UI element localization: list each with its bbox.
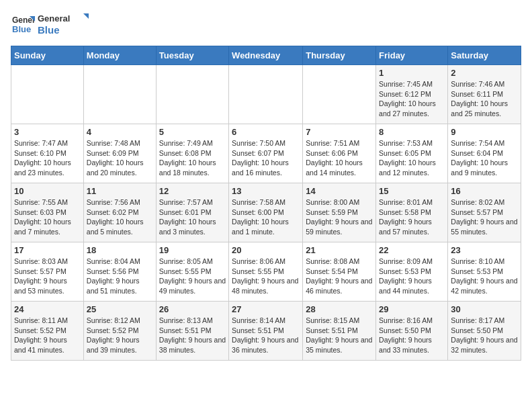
svg-text:Blue: Blue bbox=[38, 24, 60, 36]
day-number: 19 bbox=[159, 245, 226, 255]
col-header-tuesday: Tuesday bbox=[156, 46, 228, 65]
calendar-cell: 28Sunrise: 8:15 AM Sunset: 5:51 PM Dayli… bbox=[303, 302, 376, 361]
calendar-cell: 2Sunrise: 7:46 AM Sunset: 6:11 PM Daylig… bbox=[448, 65, 521, 124]
calendar-cell: 7Sunrise: 7:51 AM Sunset: 6:06 PM Daylig… bbox=[303, 124, 376, 183]
calendar-cell: 25Sunrise: 8:12 AM Sunset: 5:52 PM Dayli… bbox=[83, 302, 156, 361]
day-number: 24 bbox=[14, 304, 81, 314]
calendar-week-3: 17Sunrise: 8:03 AM Sunset: 5:57 PM Dayli… bbox=[11, 242, 521, 302]
calendar-cell: 14Sunrise: 8:00 AM Sunset: 5:59 PM Dayli… bbox=[303, 183, 376, 242]
day-number: 22 bbox=[379, 245, 445, 255]
logo-icon: General Blue bbox=[11, 12, 35, 36]
page-header: General Blue General Blue bbox=[11, 11, 521, 38]
day-info: Sunrise: 8:04 AM Sunset: 5:56 PM Dayligh… bbox=[87, 257, 153, 296]
day-number: 3 bbox=[14, 127, 81, 137]
calendar-cell bbox=[156, 65, 228, 124]
day-number: 5 bbox=[159, 127, 226, 137]
calendar-cell bbox=[229, 65, 303, 124]
logo-text: General Blue bbox=[38, 11, 91, 38]
day-number: 8 bbox=[379, 127, 445, 137]
day-number: 2 bbox=[451, 68, 518, 78]
calendar-cell: 5Sunrise: 7:49 AM Sunset: 6:08 PM Daylig… bbox=[156, 124, 228, 183]
day-number: 11 bbox=[87, 186, 153, 196]
day-number: 1 bbox=[379, 68, 445, 78]
calendar-cell: 13Sunrise: 7:58 AM Sunset: 6:00 PM Dayli… bbox=[229, 183, 303, 242]
day-info: Sunrise: 8:14 AM Sunset: 5:51 PM Dayligh… bbox=[232, 316, 300, 355]
day-number: 7 bbox=[306, 127, 373, 137]
day-info: Sunrise: 7:51 AM Sunset: 6:06 PM Dayligh… bbox=[306, 138, 373, 178]
day-info: Sunrise: 8:10 AM Sunset: 5:53 PM Dayligh… bbox=[451, 257, 518, 296]
calendar-cell: 16Sunrise: 8:02 AM Sunset: 5:57 PM Dayli… bbox=[448, 183, 521, 242]
day-number: 21 bbox=[306, 245, 373, 255]
day-number: 10 bbox=[14, 186, 81, 196]
calendar-cell: 8Sunrise: 7:53 AM Sunset: 6:05 PM Daylig… bbox=[376, 124, 448, 183]
day-number: 28 bbox=[306, 304, 373, 314]
day-info: Sunrise: 8:09 AM Sunset: 5:53 PM Dayligh… bbox=[379, 257, 445, 296]
calendar-cell: 11Sunrise: 7:56 AM Sunset: 6:02 PM Dayli… bbox=[83, 183, 156, 242]
calendar-table: SundayMondayTuesdayWednesdayThursdayFrid… bbox=[11, 46, 521, 361]
col-header-thursday: Thursday bbox=[303, 46, 376, 65]
day-number: 15 bbox=[379, 186, 445, 196]
day-info: Sunrise: 8:08 AM Sunset: 5:54 PM Dayligh… bbox=[306, 257, 373, 296]
day-info: Sunrise: 8:03 AM Sunset: 5:57 PM Dayligh… bbox=[14, 257, 81, 296]
day-info: Sunrise: 8:15 AM Sunset: 5:51 PM Dayligh… bbox=[306, 316, 373, 355]
day-info: Sunrise: 7:47 AM Sunset: 6:10 PM Dayligh… bbox=[14, 138, 81, 178]
day-info: Sunrise: 7:48 AM Sunset: 6:09 PM Dayligh… bbox=[87, 138, 153, 178]
day-info: Sunrise: 7:50 AM Sunset: 6:07 PM Dayligh… bbox=[232, 138, 300, 178]
day-info: Sunrise: 8:11 AM Sunset: 5:52 PM Dayligh… bbox=[14, 316, 81, 355]
day-info: Sunrise: 8:02 AM Sunset: 5:57 PM Dayligh… bbox=[451, 197, 518, 237]
calendar-cell: 3Sunrise: 7:47 AM Sunset: 6:10 PM Daylig… bbox=[11, 124, 84, 183]
calendar-cell: 19Sunrise: 8:05 AM Sunset: 5:55 PM Dayli… bbox=[156, 242, 228, 302]
calendar-cell: 15Sunrise: 8:01 AM Sunset: 5:58 PM Dayli… bbox=[376, 183, 448, 242]
day-number: 18 bbox=[87, 245, 153, 255]
calendar-cell: 27Sunrise: 8:14 AM Sunset: 5:51 PM Dayli… bbox=[229, 302, 303, 361]
day-info: Sunrise: 7:45 AM Sunset: 6:12 PM Dayligh… bbox=[379, 79, 445, 119]
day-number: 26 bbox=[159, 304, 226, 314]
svg-text:Blue: Blue bbox=[12, 24, 31, 34]
day-info: Sunrise: 7:53 AM Sunset: 6:05 PM Dayligh… bbox=[379, 138, 445, 178]
calendar-cell: 17Sunrise: 8:03 AM Sunset: 5:57 PM Dayli… bbox=[11, 242, 84, 302]
calendar-cell: 18Sunrise: 8:04 AM Sunset: 5:56 PM Dayli… bbox=[83, 242, 156, 302]
calendar-cell: 20Sunrise: 8:06 AM Sunset: 5:55 PM Dayli… bbox=[229, 242, 303, 302]
svg-marker-6 bbox=[83, 13, 89, 19]
day-number: 9 bbox=[451, 127, 518, 137]
calendar-cell: 24Sunrise: 8:11 AM Sunset: 5:52 PM Dayli… bbox=[11, 302, 84, 361]
day-number: 29 bbox=[379, 304, 445, 314]
day-info: Sunrise: 7:46 AM Sunset: 6:11 PM Dayligh… bbox=[451, 79, 518, 119]
day-number: 20 bbox=[232, 245, 300, 255]
day-number: 12 bbox=[159, 186, 226, 196]
col-header-sunday: Sunday bbox=[11, 46, 84, 65]
calendar-cell bbox=[303, 65, 376, 124]
calendar-cell: 12Sunrise: 7:57 AM Sunset: 6:01 PM Dayli… bbox=[156, 183, 228, 242]
day-info: Sunrise: 8:16 AM Sunset: 5:50 PM Dayligh… bbox=[379, 316, 445, 355]
day-info: Sunrise: 7:56 AM Sunset: 6:02 PM Dayligh… bbox=[87, 197, 153, 237]
calendar-week-2: 10Sunrise: 7:55 AM Sunset: 6:03 PM Dayli… bbox=[11, 183, 521, 242]
day-number: 4 bbox=[87, 127, 153, 137]
calendar-cell: 4Sunrise: 7:48 AM Sunset: 6:09 PM Daylig… bbox=[83, 124, 156, 183]
day-number: 25 bbox=[87, 304, 153, 314]
calendar-cell: 29Sunrise: 8:16 AM Sunset: 5:50 PM Dayli… bbox=[376, 302, 448, 361]
day-info: Sunrise: 7:49 AM Sunset: 6:08 PM Dayligh… bbox=[159, 138, 226, 178]
day-number: 14 bbox=[306, 186, 373, 196]
day-number: 27 bbox=[232, 304, 300, 314]
calendar-cell: 21Sunrise: 8:08 AM Sunset: 5:54 PM Dayli… bbox=[303, 242, 376, 302]
logo: General Blue General Blue bbox=[11, 11, 91, 38]
day-number: 23 bbox=[451, 245, 518, 255]
col-header-saturday: Saturday bbox=[448, 46, 521, 65]
day-info: Sunrise: 7:57 AM Sunset: 6:01 PM Dayligh… bbox=[159, 197, 226, 237]
col-header-friday: Friday bbox=[376, 46, 448, 65]
day-info: Sunrise: 8:05 AM Sunset: 5:55 PM Dayligh… bbox=[159, 257, 226, 296]
day-info: Sunrise: 8:01 AM Sunset: 5:58 PM Dayligh… bbox=[379, 197, 445, 237]
calendar-cell: 26Sunrise: 8:13 AM Sunset: 5:51 PM Dayli… bbox=[156, 302, 228, 361]
day-info: Sunrise: 8:17 AM Sunset: 5:50 PM Dayligh… bbox=[451, 316, 518, 355]
calendar-cell bbox=[83, 65, 156, 124]
day-number: 30 bbox=[451, 304, 518, 314]
col-header-wednesday: Wednesday bbox=[229, 46, 303, 65]
calendar-week-1: 3Sunrise: 7:47 AM Sunset: 6:10 PM Daylig… bbox=[11, 124, 521, 183]
calendar-cell bbox=[11, 65, 84, 124]
day-info: Sunrise: 8:00 AM Sunset: 5:59 PM Dayligh… bbox=[306, 197, 373, 237]
calendar-week-4: 24Sunrise: 8:11 AM Sunset: 5:52 PM Dayli… bbox=[11, 302, 521, 361]
day-info: Sunrise: 8:12 AM Sunset: 5:52 PM Dayligh… bbox=[87, 316, 153, 355]
day-info: Sunrise: 7:58 AM Sunset: 6:00 PM Dayligh… bbox=[232, 197, 300, 237]
day-info: Sunrise: 7:55 AM Sunset: 6:03 PM Dayligh… bbox=[14, 197, 81, 237]
calendar-cell: 23Sunrise: 8:10 AM Sunset: 5:53 PM Dayli… bbox=[448, 242, 521, 302]
